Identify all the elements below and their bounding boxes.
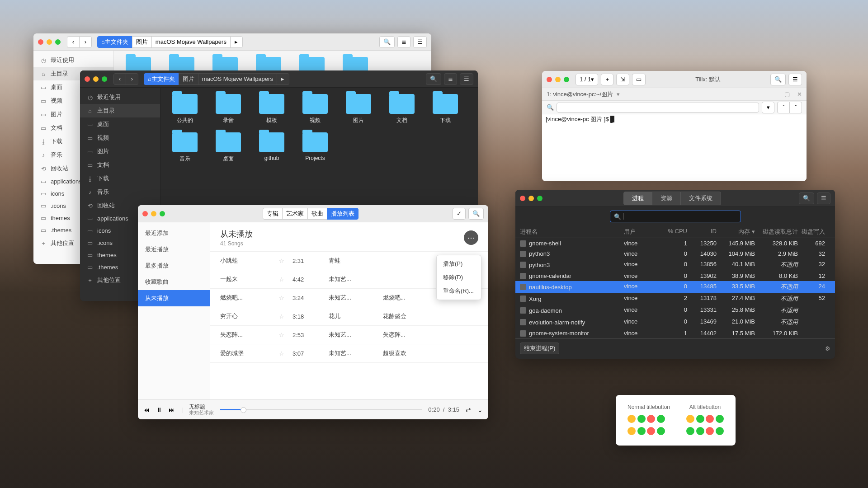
maximize-icon[interactable] (537, 196, 542, 201)
sidebar-item[interactable]: ▭图片 (80, 145, 160, 158)
menu-item[interactable]: 重命名(R)... (437, 284, 481, 298)
star-icon[interactable]: ☆ (279, 295, 292, 301)
folder-item[interactable]: 模板 (256, 94, 287, 124)
sysmon-tab[interactable]: 资源 (652, 192, 681, 205)
folder-item[interactable]: 桌面 (213, 132, 244, 163)
progress-slider[interactable] (220, 409, 422, 410)
music-tab[interactable]: 艺术家 (282, 208, 308, 220)
close-icon[interactable] (547, 77, 552, 82)
path-crumb-2[interactable]: macOS Mojave Wallpapers (151, 36, 231, 48)
column-header[interactable]: 磁盘读取总计 (755, 228, 798, 236)
music-tab[interactable]: 歌曲 (307, 208, 327, 220)
minimize-icon[interactable] (555, 77, 561, 82)
process-row[interactable]: gnome-calendarvince01390238.9 MiB8.0 KiB… (515, 271, 835, 281)
pause-button[interactable]: ⏸ (156, 406, 162, 413)
maximize-icon[interactable] (55, 39, 61, 45)
folder-item[interactable]: 图片 (343, 94, 374, 124)
folder-item[interactable]: Projects (300, 132, 330, 163)
view-list-button[interactable]: ≣ (444, 73, 457, 85)
select-button[interactable]: ✓ (453, 208, 466, 220)
search-options-button[interactable]: ▾ (762, 102, 774, 113)
forward-button[interactable]: › (126, 73, 138, 85)
prev-button[interactable]: ⏮ (143, 406, 150, 413)
minimize-icon[interactable] (528, 196, 534, 201)
next-button[interactable]: ⏭ (169, 406, 175, 413)
minimize-icon[interactable] (93, 76, 99, 82)
search-input[interactable] (557, 103, 759, 113)
column-header[interactable]: 内存 ▾ (717, 228, 755, 236)
playlist-item[interactable]: 最多播放 (138, 258, 210, 274)
column-header[interactable]: 磁盘写入 (798, 228, 825, 236)
playlist-item[interactable]: 收藏歌曲 (138, 274, 210, 290)
view-list-button[interactable]: ≣ (397, 36, 410, 48)
path-home[interactable]: ⌂ 主文件夹 (97, 36, 132, 48)
search-button[interactable]: 🔍 (379, 36, 395, 48)
minimize-icon[interactable] (151, 211, 156, 216)
menu-button[interactable]: ☰ (788, 74, 802, 85)
music-tab[interactable]: 播放列表 (327, 208, 359, 220)
path-crumb-1[interactable]: 图片 (179, 73, 198, 85)
sidebar-item[interactable]: ▭文档 (80, 158, 160, 172)
column-header[interactable]: 进程名 (520, 228, 624, 236)
search-button[interactable]: 🔍 (468, 208, 484, 220)
process-row[interactable]: python3vince014030104.9 MiB2.9 MiB32 (515, 249, 835, 259)
column-header[interactable]: % CPU (660, 228, 687, 236)
sidebar-item[interactable]: ▭视频 (80, 131, 160, 145)
menu-button[interactable]: ☰ (413, 36, 427, 48)
folder-item[interactable]: 下载 (430, 94, 461, 124)
path-crumb-2[interactable]: macOS Mojave Wallpapers (198, 73, 277, 85)
split-right-button[interactable]: ▭ (632, 74, 646, 85)
menu-button[interactable]: ☰ (460, 73, 473, 85)
path-more-button[interactable]: ▸ (230, 36, 243, 48)
music-tab[interactable]: 专辑 (263, 208, 283, 220)
process-row[interactable]: Xorgvince21317827.4 MiB不适用52 (515, 293, 835, 305)
process-row[interactable]: evolution-alarm-notifyvince01346921.0 Mi… (515, 316, 835, 328)
end-process-button[interactable]: 结束进程(P) (520, 343, 559, 354)
star-icon[interactable]: ☆ (279, 332, 292, 338)
track-row[interactable]: 爱的城堡☆3:07未知艺...超级喜欢 (210, 344, 488, 363)
filter-input[interactable]: 🔍 (610, 211, 741, 222)
process-row[interactable]: gnome-shellvince113250145.9 MiB328.0 KiB… (515, 238, 835, 249)
sidebar-item[interactable]: ⭳下载 (80, 172, 160, 185)
close-icon[interactable] (85, 76, 90, 82)
star-icon[interactable]: ☆ (279, 276, 292, 283)
star-icon[interactable]: ☆ (279, 350, 292, 357)
back-button[interactable]: ‹ (113, 73, 126, 85)
close-icon[interactable] (38, 39, 43, 45)
sidebar-item[interactable]: ⌂主目录 (80, 104, 160, 117)
sysmon-tab[interactable]: 进程 (623, 192, 652, 205)
column-header[interactable]: ID (687, 228, 717, 236)
folder-item[interactable]: 视频 (300, 94, 330, 124)
search-prev-button[interactable]: ˄ (777, 102, 790, 113)
gear-icon[interactable]: ⚙ (825, 345, 830, 352)
column-header[interactable]: 用户 (624, 228, 660, 236)
minimize-icon[interactable] (47, 39, 52, 45)
folder-item[interactable]: 音乐 (170, 132, 200, 163)
close-icon[interactable] (142, 211, 148, 216)
track-row[interactable]: 穷开心☆3:18花儿花龄盛会 (210, 307, 488, 326)
folder-item[interactable]: 文档 (387, 94, 417, 124)
terminal-content[interactable]: [vince@vince-pc 图片 ]$ ▌ (542, 114, 807, 181)
folder-item[interactable]: 录音 (213, 94, 244, 124)
track-row[interactable]: 失恋阵...☆2:53未知艺...失恋阵... (210, 326, 488, 344)
path-crumb-1[interactable]: 图片 (132, 36, 152, 48)
close-pane-icon[interactable]: ✕ (797, 91, 802, 98)
search-button[interactable]: 🔍 (426, 73, 441, 85)
folder-item[interactable]: 公共的 (170, 94, 200, 124)
process-row[interactable]: nautilus-desktopvince01348533.5 MiB不适用24 (515, 281, 835, 293)
playlist-item[interactable]: 从未播放 (138, 290, 210, 306)
more-button[interactable]: ⋯ (464, 230, 478, 245)
maximize-pane-icon[interactable]: ▢ (784, 91, 790, 98)
star-icon[interactable]: ☆ (279, 258, 292, 264)
playlist-item[interactable]: 最近播放 (138, 241, 210, 258)
path-home[interactable]: ⌂ 主文件夹 (144, 73, 179, 85)
menu-item[interactable]: 移除(D) (437, 271, 481, 284)
process-row[interactable]: gnome-system-monitorvince11440217.5 MiB1… (515, 328, 835, 338)
new-session-button[interactable]: + (601, 74, 613, 85)
terminal-tab[interactable]: 1: vince@vince-pc:~/图片 (547, 90, 613, 99)
back-button[interactable]: ‹ (67, 36, 80, 48)
sidebar-item[interactable]: ◷最近使用 (80, 90, 160, 104)
menu-item[interactable]: 播放(P) (437, 257, 481, 271)
forward-button[interactable]: › (79, 36, 92, 48)
path-more-button[interactable]: ▸ (277, 73, 289, 85)
